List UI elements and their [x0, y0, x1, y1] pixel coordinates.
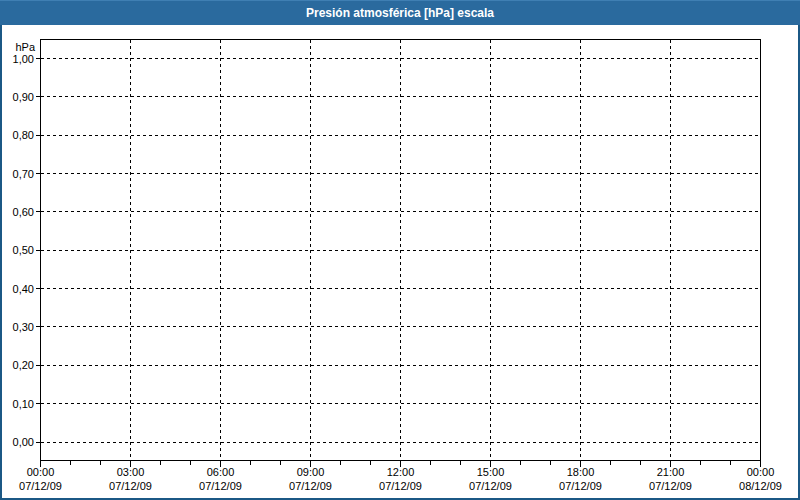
y-axis-tick-label: 0,20 — [0, 358, 34, 372]
chart-title: Presión atmosférica [hPa] escala — [306, 6, 494, 20]
y-axis-tick-label: 1,00 — [0, 52, 34, 66]
x-axis-date-label: 07/12/09 — [0, 479, 86, 493]
x-axis-date-label: 07/12/09 — [266, 479, 356, 493]
chart-window: Presión atmosférica [hPa] escala hPa 1,0… — [0, 0, 800, 500]
x-axis-time-label: 09:00 — [266, 465, 356, 479]
y-axis-tick-label: 0,60 — [0, 205, 34, 219]
plot-area — [0, 0, 800, 500]
x-axis-date-label: 08/12/09 — [716, 479, 800, 493]
y-axis-tick-label: 0,10 — [0, 397, 34, 411]
x-axis-time-label: 12:00 — [356, 465, 446, 479]
x-axis-tick: 03:0007/12/09 — [86, 465, 176, 493]
x-axis-tick: 18:0007/12/09 — [536, 465, 626, 493]
x-axis-tick: 21:0007/12/09 — [626, 465, 716, 493]
x-axis-tick: 00:0008/12/09 — [716, 465, 800, 493]
x-axis-time-label: 00:00 — [0, 465, 86, 479]
plot-border — [41, 40, 761, 461]
x-axis-time-label: 06:00 — [176, 465, 266, 479]
x-axis-time-label: 21:00 — [626, 465, 716, 479]
x-axis-time-label: 03:00 — [86, 465, 176, 479]
y-axis-tick-label: 0,80 — [0, 128, 34, 142]
y-axis-tick-label: 0,40 — [0, 282, 34, 296]
chart-title-bar: Presión atmosférica [hPa] escala — [0, 0, 800, 25]
y-axis-tick-label: 0,30 — [0, 320, 34, 334]
x-axis-tick: 15:0007/12/09 — [446, 465, 536, 493]
x-axis-tick: 12:0007/12/09 — [356, 465, 446, 493]
x-axis-date-label: 07/12/09 — [176, 479, 266, 493]
x-axis-date-label: 07/12/09 — [626, 479, 716, 493]
x-axis-tick: 09:0007/12/09 — [266, 465, 356, 493]
y-axis-tick-label: 0,70 — [0, 167, 34, 181]
x-axis-date-label: 07/12/09 — [446, 479, 536, 493]
y-axis-tick-label: 0,00 — [0, 435, 34, 449]
y-axis-tick-label: 0,90 — [0, 90, 34, 104]
y-axis-tick-label: 0,50 — [0, 243, 34, 257]
x-axis-time-label: 15:00 — [446, 465, 536, 479]
x-axis-date-label: 07/12/09 — [356, 479, 446, 493]
x-axis-time-label: 18:00 — [536, 465, 626, 479]
x-axis-time-label: 00:00 — [716, 465, 800, 479]
x-axis-tick: 00:0007/12/09 — [0, 465, 86, 493]
x-axis-date-label: 07/12/09 — [86, 479, 176, 493]
x-axis-tick: 06:0007/12/09 — [176, 465, 266, 493]
x-axis-date-label: 07/12/09 — [536, 479, 626, 493]
